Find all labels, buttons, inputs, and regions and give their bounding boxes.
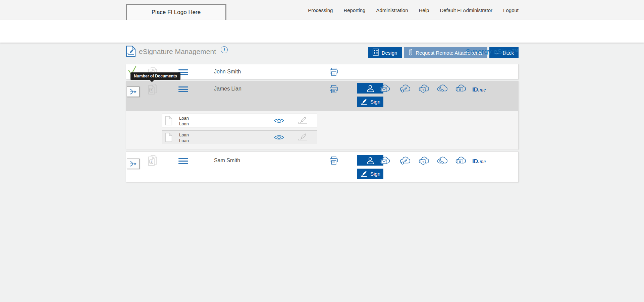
nav-item-processing[interactable]: Processing [308,7,333,13]
design-button-label: Design [382,50,397,56]
signer-row-sam-smith: 1 Sam Smith [126,152,519,182]
idme-logo[interactable]: ID.me [472,158,486,165]
signer-row-john-smith: 2 John Smith [126,64,519,79]
remote-photo-id-icon[interactable] [454,84,466,94]
sign-button-label: Sign [370,171,380,177]
document-row: Loan Loan [162,114,317,127]
page-header: eSignature Management i Synergy eSign™ [0,20,644,43]
person-icon [366,157,375,165]
signer-name: James Lian [214,86,241,92]
start-signing-session-button[interactable] [127,86,140,97]
reorder-handle-icon[interactable] [178,86,188,92]
signer-row-james-lian: 2 James Lian [126,81,519,149]
signer-name: Sam Smith [214,158,240,164]
paperclip-icon [409,48,413,57]
documents-panel: Loan Loan [126,111,518,149]
document-count-icon[interactable]: 1 [148,155,157,167]
nav-item-administration[interactable]: Administration [376,7,408,13]
esignature-document-icon [126,46,136,58]
document-count-value: 1 [150,160,152,163]
design-icon [373,49,379,57]
document-title: Loan Loan [179,115,189,127]
quill-icon [360,171,368,177]
remote-passcode-key-icon[interactable] [399,156,410,166]
esignature-management-page: { "colors": { "accent_blue": "#0557a2", … [0,0,644,302]
document-count-value: 2 [150,88,152,92]
view-document-eye-icon[interactable] [274,118,284,125]
fi-logo-placeholder: Place FI Logo Here [126,4,226,21]
sign-button-label: Sign [370,99,380,105]
top-navbar: Place FI Logo Here Processing Reporting … [0,0,644,20]
nav-item-reporting[interactable]: Reporting [343,7,365,13]
signer-name: John Smith [214,69,241,75]
sign-document-quill-icon[interactable] [297,133,308,142]
remote-security-question-icon[interactable]: ? [418,156,429,166]
page-title: eSignature Management [139,48,216,56]
print-icon[interactable] [329,67,338,78]
nav-item-user-menu[interactable]: Default FI Administrator [440,7,492,13]
nav-item-logout[interactable]: Logout [503,7,519,13]
start-signing-session-button[interactable] [127,159,140,169]
sign-button[interactable]: Sign [357,169,383,179]
sign-button[interactable]: Sign [357,97,383,107]
remote-email-icon[interactable] [378,156,390,166]
view-document-eye-icon[interactable] [274,134,284,142]
nav-item-help[interactable]: Help [419,7,429,13]
remote-phone-icon[interactable] [436,156,447,166]
brand-logo: Synergy eSign™ [466,48,519,56]
person-icon [366,84,375,93]
signer-row-main: 1 Sam Smith [126,152,518,182]
document-row: Loan Loan [162,130,317,144]
number-of-documents-tooltip: Number of Documents [130,72,180,80]
document-icon [165,116,172,127]
remote-photo-id-icon[interactable] [454,156,466,166]
print-icon[interactable] [329,85,338,95]
design-button[interactable]: Design [368,47,402,58]
document-title: Loan Loan [179,132,189,143]
info-icon[interactable]: i [221,46,228,53]
nav-links: Processing Reporting Administration Help… [308,0,519,20]
signer-row-main: 2 John Smith [126,64,518,79]
fi-logo-text: Place FI Logo Here [152,9,201,16]
remote-passcode-key-icon[interactable] [399,84,410,94]
document-icon [165,133,172,143]
quill-icon [360,99,368,105]
document-count-icon[interactable]: 2 [148,84,157,96]
sign-document-quill-icon[interactable] [297,116,308,126]
remote-email-icon[interactable] [378,84,390,94]
svg-text:?: ? [422,160,424,164]
remote-security-question-icon[interactable]: ? [418,84,429,94]
remote-phone-icon[interactable] [436,84,447,94]
reorder-handle-icon[interactable] [178,158,188,164]
idme-logo[interactable]: ID.me [472,86,486,93]
print-icon[interactable] [329,156,338,167]
svg-text:?: ? [422,88,424,92]
signer-row-main-selected: 2 James Lian [126,81,518,111]
